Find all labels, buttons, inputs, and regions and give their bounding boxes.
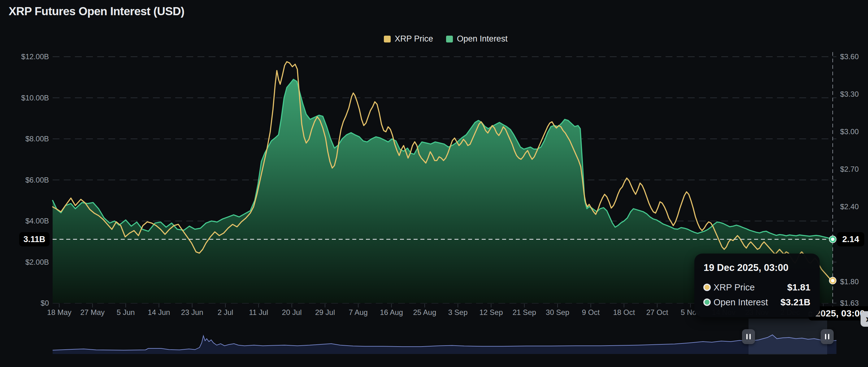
scroll-right-button[interactable]: › [861, 311, 868, 327]
x-axis-label: 18 Oct [613, 308, 635, 317]
tooltip-label: Open Interest [714, 297, 776, 308]
tooltip-row-open-interest: Open Interest $3.21B [704, 297, 810, 308]
right-axis-label: $2.40 [840, 202, 859, 211]
x-axis-label: 16 Aug [380, 308, 403, 317]
x-axis-label: 20 Jul [282, 308, 302, 317]
xrp-futures-chart: XRP Futures Open Interest (USD) XRP Pric… [0, 0, 868, 367]
left-axis-label: $6.00B [0, 176, 49, 185]
x-axis-label: 21 Sep [513, 308, 536, 317]
x-axis-label: 9 Oct [582, 308, 599, 317]
right-axis-label: $3.60 [840, 52, 859, 61]
right-axis-label: $3.00 [840, 128, 859, 136]
x-axis-label: 23 Jun [181, 308, 204, 317]
navigator-area [53, 335, 836, 354]
open-interest-marker [830, 237, 835, 242]
handle-grip-icon [825, 334, 826, 339]
x-axis-label: 5 Jun [117, 308, 135, 317]
open-interest-crosshair-badge: 3.11B [19, 232, 50, 247]
right-axis-label: $3.30 [840, 90, 859, 98]
right-axis-label: $2.70 [840, 165, 859, 174]
right-axis-label: $1.80 [840, 277, 859, 286]
left-axis-label: $8.00B [0, 135, 49, 143]
tooltip-value: $3.21B [780, 297, 810, 308]
tooltip-date: 19 Dec 2025, 03:00 [704, 262, 810, 273]
navigator-right-handle[interactable] [820, 329, 834, 344]
x-axis-label: 30 Sep [546, 308, 569, 317]
x-axis-label: 29 Jul [315, 308, 335, 317]
x-axis-label: 12 Sep [479, 308, 503, 317]
left-axis-label: $0 [0, 299, 49, 308]
xrp-price-marker [830, 278, 835, 283]
x-axis-label: 14 Jun [148, 308, 170, 317]
navigator-selected-range[interactable] [748, 319, 827, 355]
x-axis-label: 7 Aug [349, 308, 368, 317]
handle-grip-icon [828, 334, 829, 339]
x-axis-label: 25 Aug [413, 308, 436, 317]
x-axis-label: 3 Sep [448, 308, 468, 317]
handle-grip-icon [746, 334, 748, 339]
left-axis-label: $12.00B [0, 52, 49, 61]
open-interest-dot-icon [705, 300, 710, 305]
tooltip-value: $1.81 [787, 282, 810, 292]
x-axis-label: 2 Jul [218, 308, 234, 317]
x-axis-label: 27 Oct [646, 308, 668, 317]
tooltip-label: XRP Price [714, 282, 783, 292]
x-axis-label: 18 May [47, 308, 71, 317]
xrp-price-dot-icon [705, 285, 710, 290]
price-axis-crosshair-badge: 2.14 [837, 232, 864, 247]
tooltip: 19 Dec 2025, 03:00 XRP Price $1.81 Open … [694, 254, 820, 317]
tooltip-row-xrp-price: XRP Price $1.81 [704, 282, 810, 292]
left-axis-label: $4.00B [0, 217, 49, 225]
chevron-right-icon: › [866, 312, 868, 326]
x-axis-label: 11 Jul [249, 308, 268, 317]
x-axis-label: 27 May [80, 308, 105, 317]
handle-grip-icon [749, 334, 751, 339]
left-axis-label: $10.00B [0, 94, 49, 102]
navigator-left-handle[interactable] [742, 329, 755, 344]
left-axis-label: $2.00B [0, 258, 49, 266]
